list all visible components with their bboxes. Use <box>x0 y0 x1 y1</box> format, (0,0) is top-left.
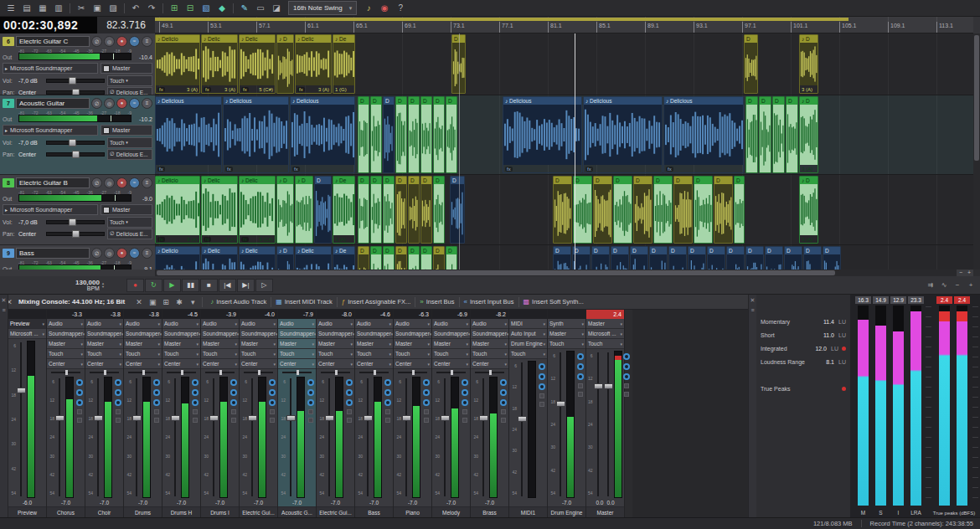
audio-clip[interactable]: D <box>433 176 445 244</box>
send-knob[interactable] <box>384 389 391 396</box>
audio-clip[interactable]: D <box>694 176 713 244</box>
bpm-spinner[interactable]: ▲▼ <box>101 282 105 289</box>
send-knob[interactable] <box>192 399 199 406</box>
device-select[interactable]: ▸Microsoft Soundmapper <box>3 204 98 215</box>
clip-fx-badge[interactable]: fx <box>297 87 305 92</box>
fader-handle[interactable] <box>325 415 334 421</box>
clip-fx-badge[interactable]: fx <box>225 167 233 172</box>
channel-row-audio[interactable]: Audio▾ <box>240 319 277 329</box>
clip-header[interactable]: D <box>371 97 381 105</box>
channel-row-soundmapper[interactable]: Soundmapper▾ <box>432 329 470 339</box>
channel-row-audio[interactable]: Audio▾ <box>124 319 162 329</box>
send-knob[interactable] <box>500 379 507 386</box>
channel-name[interactable]: Choir <box>85 506 123 517</box>
audio-clip[interactable]: ♪ Delicfx <box>239 246 276 270</box>
send-knob[interactable] <box>269 399 276 406</box>
mixer-channel-drum-engine[interactable]: Synth▾Master▾Touch▾6121824304254-7.0Drum… <box>548 310 586 517</box>
channel-mini-button[interactable] <box>77 409 82 414</box>
clip-header[interactable]: D <box>384 247 394 254</box>
device-select[interactable]: ▸Microsoft Soundmapper <box>3 125 98 136</box>
volume-slider[interactable] <box>46 141 105 145</box>
channel-row-center[interactable]: Center▾ <box>355 359 393 369</box>
clip-header[interactable]: ♪ Delicio <box>156 177 199 184</box>
send-knob[interactable] <box>307 399 314 406</box>
playhead-beats[interactable]: 82.3.716 <box>97 17 155 33</box>
audio-clip[interactable]: ♪ Delicfx5 (C#) <box>239 176 276 244</box>
clip-header[interactable]: D <box>669 247 686 254</box>
channel-name[interactable]: Brass <box>471 506 508 517</box>
audio-clip[interactable]: D <box>358 96 369 173</box>
audio-clip[interactable]: ♪ Deliciousfx <box>290 96 355 173</box>
horizontal-scrollbar-thumb[interactable] <box>157 270 835 275</box>
channel-row-soundmapper[interactable]: Soundmapper▾ <box>317 329 354 339</box>
audio-clip[interactable]: D <box>383 176 395 244</box>
audio-clip[interactable]: ♪ Delicfx3 (A) <box>295 34 332 94</box>
clip-header[interactable]: ♪ Delicious <box>224 97 288 105</box>
select-tool-icon[interactable]: ▭ <box>253 2 268 15</box>
bpm-control[interactable]: 130,000 BPM ▲▼ <box>75 280 105 291</box>
channel-name[interactable]: Preview <box>8 506 46 517</box>
insert-audio-track-button[interactable]: ♪Insert Audio Track <box>206 296 271 308</box>
channel-row-audio[interactable]: Audio▾ <box>394 319 431 329</box>
clip-header[interactable]: D <box>358 97 369 105</box>
clip-header[interactable]: D <box>358 177 369 184</box>
send-knob[interactable] <box>577 373 584 380</box>
clip-header[interactable]: D <box>614 177 632 184</box>
go-to-end-button[interactable]: ▶| <box>237 279 255 292</box>
audio-clip[interactable]: D <box>765 246 783 270</box>
audio-clip[interactable]: D <box>613 176 632 244</box>
record-button[interactable]: ● <box>126 279 144 292</box>
send-knob[interactable] <box>623 363 630 370</box>
channel-fader[interactable] <box>325 377 334 498</box>
audio-clip[interactable]: ♪ De <box>333 246 355 270</box>
clip-header[interactable]: D <box>689 247 705 254</box>
audio-clip[interactable]: D <box>759 96 771 173</box>
send-knob[interactable] <box>423 399 430 406</box>
clip-header[interactable]: ♪ De <box>333 35 354 43</box>
pan-slider[interactable] <box>46 232 105 236</box>
channel-mini-button[interactable] <box>270 409 275 414</box>
clip-header[interactable]: D <box>745 35 757 43</box>
fader-handle[interactable] <box>171 415 180 421</box>
channel-row-master[interactable]: Master▾ <box>162 339 200 349</box>
insert-input-bus-button[interactable]: «Insert Input Bus <box>460 296 518 308</box>
meter-peak-readout[interactable]: 2.4 <box>936 296 952 304</box>
send-knob[interactable] <box>269 379 276 386</box>
channel-mini-button[interactable] <box>424 418 429 423</box>
chevron-down-icon[interactable]: ▾ <box>187 298 199 306</box>
audio-clip[interactable]: D <box>408 176 420 244</box>
channel-row-touch[interactable]: Touch▾ <box>201 349 239 359</box>
channel-row-touch[interactable]: Touch▾ <box>355 349 393 359</box>
audio-clip[interactable]: D <box>630 246 648 270</box>
audio-clip[interactable]: D <box>395 176 407 244</box>
audio-clip[interactable]: ♪ D3 (A) <box>799 96 818 173</box>
bus-select[interactable]: Master <box>101 63 152 74</box>
clip-header[interactable]: ♪ De <box>333 247 354 254</box>
track-fx-chain[interactable]: ∅Delicious E... <box>107 149 152 160</box>
channel-mini-button[interactable] <box>308 418 313 423</box>
pan-handle[interactable] <box>65 370 68 375</box>
clip-header[interactable]: D <box>384 97 394 105</box>
volume-slider-handle[interactable] <box>69 139 76 146</box>
clip-header[interactable]: D <box>611 247 628 254</box>
channel-mini-button[interactable] <box>193 418 198 423</box>
send-knob[interactable] <box>500 389 507 396</box>
send-knob[interactable] <box>500 399 507 406</box>
send-knob[interactable] <box>462 389 468 396</box>
audio-clip[interactable]: ♪ D <box>295 176 313 244</box>
clip-header[interactable]: D <box>708 247 725 254</box>
metronome-icon[interactable]: ♪ <box>361 2 376 15</box>
audio-clip[interactable]: D <box>420 246 432 270</box>
clip-header[interactable]: ♪ Delicious <box>291 97 354 105</box>
track-lane[interactable]: ♪ Deliciofx3 (A)♪ Delicfx3 (A)♪ Delicfx5… <box>155 175 973 245</box>
clip-fx-badge[interactable]: fx <box>157 87 165 92</box>
channel-row-center[interactable]: Center▾ <box>124 359 162 369</box>
clip-header[interactable]: D <box>785 247 802 254</box>
clip-indicator-led[interactable] <box>842 387 846 391</box>
channel-mini-button[interactable] <box>385 409 390 414</box>
mixer-channel-master[interactable]: 2.4Master▾Microsoft ...▾Touch▾6121824304… <box>586 310 625 517</box>
audio-clip[interactable]: ♪ Deliciousfx <box>503 96 582 173</box>
pan-handle[interactable] <box>258 370 260 375</box>
solo-button[interactable]: ◎ <box>104 248 115 259</box>
bus-select[interactable]: Master <box>101 204 152 215</box>
